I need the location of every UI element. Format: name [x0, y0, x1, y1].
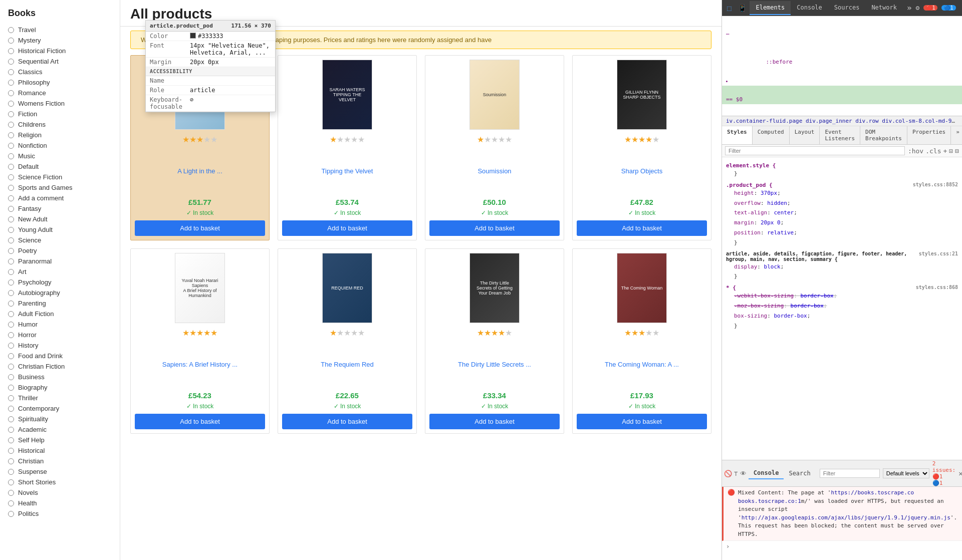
product-title-link[interactable]: The Requiem Red: [321, 361, 374, 368]
add-to-basket-button[interactable]: Add to basket: [577, 220, 707, 236]
sidebar-item-religion[interactable]: Religion: [8, 130, 112, 140]
hover-state-icon[interactable]: :hov: [908, 147, 923, 155]
console-close-button[interactable]: ✕: [958, 469, 962, 477]
product-title-link[interactable]: Sharp Objects: [621, 167, 662, 175]
sidebar-item-christian-fiction[interactable]: Christian Fiction: [8, 361, 112, 372]
sidebar-item-psychology[interactable]: Psychology: [8, 277, 112, 288]
styles-tab-layout[interactable]: Layout: [790, 126, 820, 144]
tab-network[interactable]: Network: [865, 1, 903, 15]
vertical-dots-icon[interactable]: ⋮: [960, 4, 963, 12]
breadcrumb-item-4[interactable]: div.col-sm-8.col-md-9: [882, 118, 955, 124]
styles-tab-styles[interactable]: Styles: [722, 126, 753, 144]
product-title-link[interactable]: A Light in the ...: [177, 167, 222, 175]
breadcrumb-item-5[interactable]: section: [955, 118, 962, 124]
dom-tree-line[interactable]: [722, 38, 962, 48]
add-to-basket-button[interactable]: Add to basket: [282, 414, 412, 429]
product-title-link[interactable]: Soumission: [477, 167, 511, 175]
sidebar-item-history[interactable]: History: [8, 340, 112, 351]
sidebar-item-horror[interactable]: Horror: [8, 330, 112, 340]
sidebar-item-science-fiction[interactable]: Science Fiction: [8, 172, 112, 182]
sidebar-item-spirituality[interactable]: Spirituality: [8, 414, 112, 424]
sidebar-item-music[interactable]: Music: [8, 151, 112, 161]
sidebar-item-historical[interactable]: Historical: [8, 445, 112, 456]
sidebar-item-thriller[interactable]: Thriller: [8, 393, 112, 403]
console-eye-icon[interactable]: 👁: [740, 470, 747, 477]
sidebar-item-fiction[interactable]: Fiction: [8, 109, 112, 119]
sidebar-item-politics[interactable]: Politics: [8, 508, 112, 519]
layout-icon[interactable]: ⊟: [955, 147, 959, 155]
sidebar-item-historical-fiction[interactable]: Historical Fiction: [8, 46, 112, 56]
sidebar-item-autobiography[interactable]: Autobiography: [8, 288, 112, 298]
sidebar-item-default[interactable]: Default: [8, 161, 112, 172]
add-to-basket-button[interactable]: Add to basket: [135, 220, 265, 236]
sidebar-item-classics[interactable]: Classics: [8, 67, 112, 77]
dom-tree-line[interactable]: [722, 48, 962, 58]
add-to-basket-button[interactable]: Add to basket: [429, 220, 560, 236]
styles-tab-properties[interactable]: Properties: [907, 126, 951, 144]
add-style-icon[interactable]: +: [943, 147, 947, 155]
sidebar-item-short-stories[interactable]: Short Stories: [8, 477, 112, 487]
console-tab-console[interactable]: Console: [749, 467, 784, 479]
dom-tree-line[interactable]: [722, 104, 962, 114]
add-to-basket-button[interactable]: Add to basket: [282, 220, 412, 236]
clear-console-icon[interactable]: 🚫: [724, 470, 732, 477]
sidebar-item-biography[interactable]: Biography: [8, 382, 112, 393]
tab-console[interactable]: Console: [791, 1, 828, 15]
tab-elements[interactable]: Elements: [750, 1, 791, 15]
devtools-more-tabs[interactable]: »: [903, 0, 916, 16]
device-toolbar-icon[interactable]: 📱: [735, 2, 750, 14]
dom-tree-line[interactable]: == $0: [722, 86, 962, 104]
computed-style-icon[interactable]: ⊡: [949, 147, 953, 155]
dom-tree-line[interactable]: ::before: [722, 57, 962, 67]
product-title-link[interactable]: Sapiens: A Brief History ...: [162, 361, 237, 368]
sidebar-item-self-help[interactable]: Self Help: [8, 435, 112, 445]
sidebar-item-sports-and-games[interactable]: Sports and Games: [8, 182, 112, 193]
styles-tab-event-listeners[interactable]: Event Listeners: [820, 126, 860, 144]
sidebar-item-science[interactable]: Science: [8, 235, 112, 245]
sidebar-item-art[interactable]: Art: [8, 266, 112, 277]
tab-sources[interactable]: Sources: [828, 1, 866, 15]
add-to-basket-button[interactable]: Add to basket: [135, 414, 265, 429]
sidebar-item-poetry[interactable]: Poetry: [8, 245, 112, 256]
url-link-2[interactable]: http://ajax.googleapis.com/ajax/libs/jqu…: [742, 514, 950, 521]
styles-tab-more[interactable]: »: [951, 126, 962, 144]
sidebar-item-humor[interactable]: Humor: [8, 319, 112, 330]
sidebar-item-travel[interactable]: Travel: [8, 25, 112, 35]
product-title-link[interactable]: The Coming Woman: A ...: [605, 361, 679, 368]
dom-tree-line[interactable]: …: [722, 19, 962, 38]
sidebar-item-business[interactable]: Business: [8, 372, 112, 382]
class-toggle-icon[interactable]: .cls: [925, 147, 941, 155]
sidebar-item-parenting[interactable]: Parenting: [8, 298, 112, 309]
sidebar-item-nonfiction[interactable]: Nonfiction: [8, 140, 112, 151]
sidebar-item-novels[interactable]: Novels: [8, 487, 112, 498]
console-filter-input[interactable]: [820, 469, 880, 478]
styles-tab-computed[interactable]: Computed: [753, 126, 790, 144]
add-to-basket-button[interactable]: Add to basket: [429, 414, 560, 429]
sidebar-item-health[interactable]: Health: [8, 498, 112, 508]
sidebar-item-adult-fiction[interactable]: Adult Fiction: [8, 309, 112, 319]
console-level-select[interactable]: Default levels: [883, 468, 929, 478]
sidebar-item-philosophy[interactable]: Philosophy: [8, 77, 112, 88]
sidebar-item-contemporary[interactable]: Contemporary: [8, 403, 112, 414]
sidebar-item-romance[interactable]: Romance: [8, 88, 112, 98]
console-tab-search[interactable]: Search: [784, 468, 815, 479]
sidebar-item-womens-fiction[interactable]: Womens Fiction: [8, 98, 112, 109]
breadcrumb-item-2[interactable]: div.page_inner: [806, 118, 852, 124]
styles-tab-dom-breakpoints[interactable]: DOM Breakpoints: [860, 126, 907, 144]
breadcrumb-item-3[interactable]: div.row: [855, 118, 878, 124]
breadcrumb-item-1[interactable]: iv.container-fluid.page: [726, 118, 802, 124]
dom-tree-line[interactable]: [722, 67, 962, 86]
sidebar-item-paranormal[interactable]: Paranormal: [8, 256, 112, 266]
url-link-1[interactable]: https://books.toscrape.co books.toscrape…: [738, 489, 914, 504]
product-title-link[interactable]: Tipping the Velvet: [322, 167, 373, 175]
settings-icon[interactable]: ⚙: [916, 4, 920, 12]
inspect-element-icon[interactable]: ⬚: [724, 2, 734, 14]
console-top-icon[interactable]: ⊤: [734, 470, 738, 477]
sidebar-item-childrens[interactable]: Childrens: [8, 119, 112, 130]
sidebar-item-fantasy[interactable]: Fantasy: [8, 203, 112, 214]
sidebar-item-mystery[interactable]: Mystery: [8, 35, 112, 46]
sidebar-item-sequential-art[interactable]: Sequential Art: [8, 56, 112, 67]
sidebar-item-christian[interactable]: Christian: [8, 456, 112, 466]
add-to-basket-button[interactable]: Add to basket: [577, 414, 707, 429]
sidebar-item-new-adult[interactable]: New Adult: [8, 214, 112, 224]
